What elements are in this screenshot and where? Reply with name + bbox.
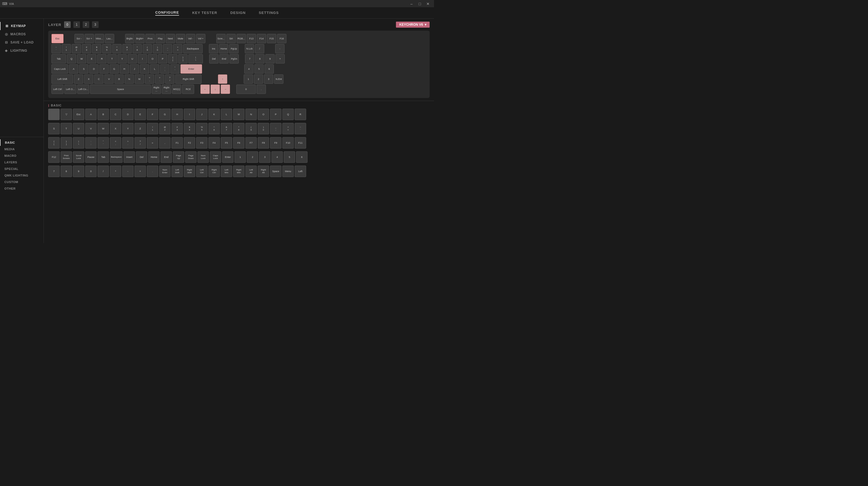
picker-key-p[interactable]: P — [270, 109, 281, 120]
picker-key-num-enter[interactable]: NumEnter — [159, 166, 170, 177]
key-b[interactable]: B — [115, 74, 124, 84]
key-next[interactable]: Next — [166, 34, 175, 43]
key-num7[interactable]: 7 — [245, 54, 254, 63]
picker-key-star[interactable]: *8 — [233, 123, 245, 134]
picker-key-capslock[interactable]: CapsLock — [210, 151, 221, 163]
picker-key-e[interactable]: E — [134, 109, 146, 120]
key-s[interactable]: S — [79, 64, 88, 74]
picker-key-trns[interactable]: ▽ — [61, 109, 72, 120]
picker-key-pct[interactable]: %5 — [196, 123, 208, 134]
picker-key-v[interactable]: V — [85, 123, 97, 134]
key-c[interactable]: C — [94, 74, 103, 84]
sidebar-item-macros[interactable]: ◎ MACROS — [0, 30, 43, 38]
maximize-button[interactable]: □ — [416, 1, 424, 7]
key-num-slash[interactable]: / — [255, 44, 264, 53]
picker-key-left-ctrl[interactable]: LeftCtrl — [196, 166, 208, 177]
picker-key-right-win[interactable]: RightWin — [233, 166, 245, 177]
picker-key-plus[interactable]: += — [282, 123, 294, 134]
key-ins[interactable]: Ins — [209, 44, 218, 53]
picker-key-o[interactable]: O — [258, 109, 269, 120]
key-f15[interactable]: F15 — [267, 34, 276, 43]
keyboard-select-button[interactable]: KEYCHRON V6 ▾ — [396, 22, 430, 28]
picker-key-kp0[interactable]: 0 — [85, 166, 97, 177]
key-num2[interactable]: 2 — [254, 74, 263, 84]
key-f16[interactable]: F16 — [277, 34, 286, 43]
key-rgb[interactable]: RGB... — [237, 34, 246, 43]
picker-key-kp-dot[interactable]: . — [147, 166, 158, 177]
key-num-enter[interactable]: N.Ent — [274, 74, 283, 84]
key-lbracket[interactable]: {[ — [168, 54, 178, 63]
picker-key-u[interactable]: U — [73, 123, 84, 134]
key-up-arrow[interactable]: ↑ — [218, 74, 227, 84]
minimize-button[interactable]: – — [408, 1, 415, 7]
picker-key-c[interactable]: C — [110, 109, 121, 120]
picker-key-kp-star[interactable]: * — [110, 166, 121, 177]
picker-key-a[interactable]: A — [85, 109, 97, 120]
key-left-alt[interactable]: Left Co... — [77, 85, 89, 94]
key-semicolon[interactable]: :; — [160, 64, 169, 74]
picker-key-left-alt[interactable]: LeftAlt — [245, 166, 257, 177]
key-home[interactable]: Home — [219, 44, 228, 53]
picker-key-x[interactable]: X — [110, 123, 121, 134]
key-brght-plus[interactable]: Brght+ — [135, 34, 145, 43]
sidebar-item-layers[interactable]: LAYERS — [0, 159, 43, 166]
key-equal[interactable]: += — [173, 44, 182, 53]
picker-key-insert[interactable]: Insert — [123, 151, 135, 163]
key-scr-plus[interactable]: Scr + — [85, 34, 94, 43]
key-f14[interactable]: F14 — [257, 34, 266, 43]
picker-key-print-screen[interactable]: PrintScreen — [61, 151, 72, 163]
picker-key-kp4[interactable]: 4 — [271, 151, 283, 163]
tab-settings[interactable]: SETTINGS — [259, 11, 279, 15]
picker-key-caret[interactable]: ^6 — [208, 123, 220, 134]
picker-key-empty[interactable] — [48, 109, 60, 120]
key-backspace[interactable]: Backspace — [183, 44, 203, 53]
key-tab[interactable]: Tab — [52, 54, 66, 63]
picker-key-kp9[interactable]: 9 — [73, 166, 84, 177]
key-right-shift[interactable]: Right Shift — [175, 74, 202, 84]
key-3[interactable]: #3 — [82, 44, 91, 53]
picker-key-tilde[interactable]: ~` — [294, 123, 306, 134]
picker-key-f10[interactable]: F10 — [282, 137, 294, 149]
key-num6[interactable]: 6 — [265, 64, 274, 74]
picker-key-lparen[interactable]: (9 — [245, 123, 257, 134]
sidebar-item-custom[interactable]: CUSTOM — [0, 179, 43, 185]
picker-key-dollar[interactable]: $4 — [184, 123, 195, 134]
key-grave[interactable]: ~` — [52, 44, 61, 53]
picker-key-pageup[interactable]: PageUp — [173, 151, 184, 163]
key-6[interactable]: ^6 — [112, 44, 122, 53]
key-quote[interactable]: "' — [170, 64, 180, 74]
key-end[interactable]: End — [219, 54, 229, 63]
key-t[interactable]: T — [107, 54, 117, 63]
picker-key-k[interactable]: K — [208, 109, 220, 120]
key-num4[interactable]: 4 — [244, 64, 253, 74]
picker-key-t[interactable]: T — [61, 123, 72, 134]
picker-key-dquote[interactable]: "' — [97, 137, 109, 149]
picker-key-amp[interactable]: &7 — [221, 123, 232, 134]
key-n[interactable]: N — [125, 74, 134, 84]
picker-key-f11[interactable]: F11 — [294, 137, 306, 149]
picker-key-kp7[interactable]: 7 — [48, 166, 60, 177]
sidebar-item-special[interactable]: SPECIAL — [0, 166, 43, 172]
key-left-os[interactable]: Left O... — [64, 85, 76, 94]
picker-key-f8[interactable]: F8 — [258, 137, 269, 149]
picker-key-end[interactable]: End — [160, 151, 172, 163]
key-9[interactable]: (9 — [143, 44, 152, 53]
key-minus[interactable]: _- — [163, 44, 172, 53]
key-p[interactable]: P — [158, 54, 167, 63]
sidebar-item-qmk-lighting[interactable]: QMK LIGHTING — [0, 172, 43, 179]
picker-key-enter[interactable]: Enter — [222, 151, 234, 163]
key-num9[interactable]: 9 — [265, 54, 275, 63]
picker-key-kp2[interactable]: 2 — [247, 151, 258, 163]
picker-key-kp6[interactable]: 6 — [296, 151, 308, 163]
key-num-minus[interactable]: - — [275, 44, 284, 53]
sidebar-item-macro[interactable]: MACRO — [0, 153, 43, 159]
key-num3[interactable]: 3 — [264, 74, 273, 84]
key-2[interactable]: @2 — [72, 44, 81, 53]
picker-key-comma[interactable]: , — [159, 137, 170, 149]
key-mission[interactable]: Miss... — [95, 34, 104, 43]
key-d[interactable]: D — [89, 64, 99, 74]
key-play[interactable]: Play — [156, 34, 165, 43]
key-left-shift[interactable]: Left Shift — [52, 74, 73, 84]
picker-key-y[interactable]: Y — [122, 123, 134, 134]
picker-key-f9[interactable]: F9 — [270, 137, 281, 149]
